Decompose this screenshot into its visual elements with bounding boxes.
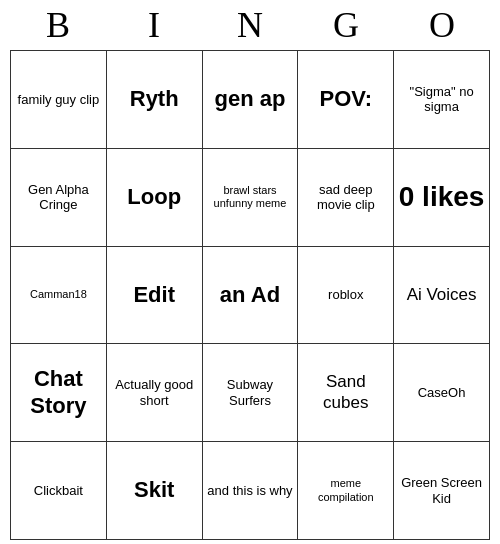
header-o: O [398,4,486,46]
cell-text-15: Chat Story [15,366,102,419]
cell-text-18: Sand cubes [302,372,389,413]
cell-text-16: Actually good short [111,377,198,408]
bingo-cell-22[interactable]: and this is why [203,442,299,540]
bingo-cell-15[interactable]: Chat Story [11,344,107,442]
cell-text-12: an Ad [220,282,280,308]
bingo-cell-23[interactable]: meme compilation [298,442,394,540]
header-b: B [14,4,102,46]
bingo-cell-2[interactable]: gen ap [203,51,299,149]
bingo-cell-16[interactable]: Actually good short [107,344,203,442]
bingo-cell-18[interactable]: Sand cubes [298,344,394,442]
cell-text-3: POV: [320,86,373,112]
cell-text-19: CaseOh [418,385,466,401]
header-n: N [206,4,294,46]
cell-text-13: roblox [328,287,363,303]
bingo-cell-8[interactable]: sad deep movie clip [298,149,394,247]
cell-text-10: Camman18 [30,288,87,301]
bingo-cell-0[interactable]: family guy clip [11,51,107,149]
cell-text-8: sad deep movie clip [302,182,389,213]
bingo-cell-21[interactable]: Skit [107,442,203,540]
cell-text-24: Green Screen Kid [398,475,485,506]
bingo-card: B I N G O family guy clipRythgen apPOV:"… [10,4,490,540]
bingo-cell-7[interactable]: brawl stars unfunny meme [203,149,299,247]
cell-text-0: family guy clip [18,92,100,108]
bingo-cell-20[interactable]: Clickbait [11,442,107,540]
cell-text-2: gen ap [215,86,286,112]
bingo-cell-14[interactable]: Ai Voices [394,247,490,345]
cell-text-21: Skit [134,477,174,503]
bingo-cell-10[interactable]: Camman18 [11,247,107,345]
bingo-cell-9[interactable]: 0 likes [394,149,490,247]
bingo-cell-6[interactable]: Loop [107,149,203,247]
cell-text-17: Subway Surfers [207,377,294,408]
cell-text-1: Ryth [130,86,179,112]
bingo-cell-19[interactable]: CaseOh [394,344,490,442]
cell-text-14: Ai Voices [407,285,477,305]
cell-text-7: brawl stars unfunny meme [207,184,294,210]
header-g: G [302,4,390,46]
bingo-cell-13[interactable]: roblox [298,247,394,345]
bingo-cell-5[interactable]: Gen Alpha Cringe [11,149,107,247]
bingo-header: B I N G O [10,4,490,46]
cell-text-4: "Sigma" no sigma [398,84,485,115]
bingo-cell-12[interactable]: an Ad [203,247,299,345]
bingo-cell-3[interactable]: POV: [298,51,394,149]
cell-text-6: Loop [127,184,181,210]
bingo-cell-1[interactable]: Ryth [107,51,203,149]
bingo-cell-24[interactable]: Green Screen Kid [394,442,490,540]
header-i: I [110,4,198,46]
cell-text-22: and this is why [207,483,292,499]
cell-text-23: meme compilation [302,477,389,503]
cell-text-5: Gen Alpha Cringe [15,182,102,213]
cell-text-11: Edit [133,282,175,308]
bingo-grid: family guy clipRythgen apPOV:"Sigma" no … [10,50,490,540]
cell-text-9: 0 likes [399,180,485,214]
bingo-cell-17[interactable]: Subway Surfers [203,344,299,442]
bingo-cell-4[interactable]: "Sigma" no sigma [394,51,490,149]
cell-text-20: Clickbait [34,483,83,499]
bingo-cell-11[interactable]: Edit [107,247,203,345]
